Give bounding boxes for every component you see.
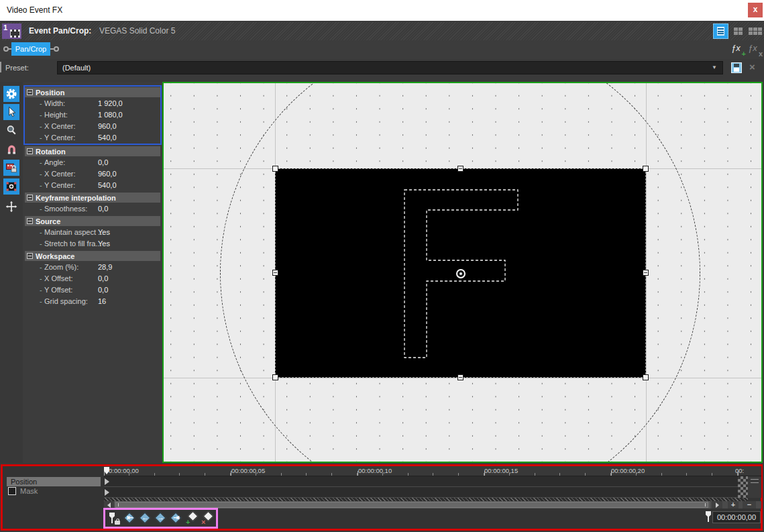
prop-row-angle[interactable]: -Angle:0,0 xyxy=(25,157,160,168)
insert-keyframe-button[interactable]: + xyxy=(184,511,199,525)
grid-view-small-button[interactable] xyxy=(730,23,746,39)
handle-top-left[interactable] xyxy=(272,166,278,172)
prop-value[interactable]: 0,0 xyxy=(98,158,108,166)
lock-aspect-ratio-button[interactable] xyxy=(3,160,19,176)
row-bullet-icon: - xyxy=(40,99,42,107)
chevron-down-icon[interactable]: ▼ xyxy=(709,62,720,74)
section-header-keyframe-interpolation[interactable]: Keyframe interpolation xyxy=(25,193,160,203)
section-header-source[interactable]: Source xyxy=(25,216,160,226)
timeline-zoom-in-button[interactable]: + xyxy=(728,501,739,509)
scrollbar-thumb[interactable] xyxy=(115,502,708,508)
collapse-icon[interactable] xyxy=(27,148,33,154)
track-label-mask[interactable]: Mask xyxy=(20,487,38,495)
magnifier-icon xyxy=(5,123,18,137)
prop-row-maintain-aspect[interactable]: -Maintain aspect ...Yes xyxy=(25,227,160,238)
title-bar[interactable]: Video Event FX x xyxy=(0,0,764,21)
show-properties-button[interactable] xyxy=(3,86,19,102)
add-fx-button[interactable]: ƒx+ xyxy=(730,43,746,56)
pan-crop-workspace[interactable] xyxy=(162,82,763,463)
move-freely-button[interactable] xyxy=(3,199,19,215)
prop-row-stretch-to-fill-fra[interactable]: -Stretch to fill fra...Yes xyxy=(25,238,160,250)
handle-bottom-left[interactable] xyxy=(272,374,278,380)
ruler-timestamp: 00: xyxy=(735,467,744,474)
collapse-icon[interactable] xyxy=(27,89,33,95)
prop-value[interactable]: 28,9 xyxy=(98,263,112,271)
prop-row-x-center[interactable]: -X Center:960,0 xyxy=(25,121,160,132)
prop-value[interactable]: 1 920,0 xyxy=(98,99,123,107)
prop-value[interactable]: Yes xyxy=(98,228,110,236)
pan-crop-plugin-chip[interactable]: Pan/Crop xyxy=(11,42,50,56)
save-preset-button[interactable] xyxy=(731,62,742,73)
collapse-icon[interactable] xyxy=(27,195,33,201)
rotation-center-point[interactable] xyxy=(456,269,466,278)
collapse-icon[interactable] xyxy=(27,253,33,259)
prop-row-smoothness[interactable]: -Smoothness:0,0 xyxy=(25,203,160,215)
lock-cursor-button[interactable] xyxy=(107,511,121,525)
section-header-workspace[interactable]: Workspace xyxy=(25,251,160,261)
prop-row-grid-spacing[interactable]: -Grid spacing:16 xyxy=(25,296,160,307)
current-time-display[interactable]: 00:00:00,00 xyxy=(712,511,761,523)
timeline-zoom-out-button[interactable]: − xyxy=(743,501,756,509)
zoom-edit-tool-button[interactable] xyxy=(3,122,19,138)
prop-row-y-offset[interactable]: -Y Offset:0,0 xyxy=(25,284,160,296)
handle-middle-left[interactable] xyxy=(272,270,278,276)
scale-rect-icon xyxy=(5,180,18,193)
prop-value[interactable]: Yes xyxy=(98,240,110,248)
prop-row-zoom[interactable]: -Zoom (%):28,9 xyxy=(25,262,160,273)
resize-handle-icon[interactable] xyxy=(751,479,759,483)
scale-about-center-button[interactable] xyxy=(3,178,19,195)
remove-fx-button[interactable]: ƒxx xyxy=(747,43,763,56)
collapse-icon[interactable] xyxy=(27,218,33,224)
prop-row-width[interactable]: -Width:1 920,0 xyxy=(25,98,160,109)
normal-edit-tool-button[interactable] xyxy=(3,104,19,120)
property-section-workspace: Workspace-Zoom (%):28,9-X Offset:0,0-Y O… xyxy=(25,251,160,307)
prop-row-x-offset[interactable]: -X Offset:0,0 xyxy=(25,273,160,284)
mask-checkbox[interactable] xyxy=(8,487,16,495)
prop-row-height[interactable]: -Height:1 080,0 xyxy=(25,109,160,121)
enable-snapping-button[interactable] xyxy=(3,141,19,157)
grid-view-large-button[interactable] xyxy=(747,23,763,39)
prop-value[interactable]: 960,0 xyxy=(98,122,117,130)
keyframe-track-mask[interactable] xyxy=(104,487,748,498)
section-header-position[interactable]: Position xyxy=(25,87,160,97)
previous-keyframe-button[interactable]: ← xyxy=(138,511,152,525)
handle-bottom-right[interactable] xyxy=(643,374,649,380)
keyframe-marker[interactable] xyxy=(105,489,109,496)
delete-preset-button[interactable]: × xyxy=(749,61,755,72)
crop-selection-rect[interactable] xyxy=(275,168,646,378)
keyframe-track-position[interactable] xyxy=(104,476,748,487)
prop-value[interactable]: 1 080,0 xyxy=(98,111,123,119)
keyframe-ruler[interactable]: 0:00:00,0000:00:00,0500:00:00,1000:00:00… xyxy=(104,466,761,476)
prop-row-x-center[interactable]: -X Center:960,0 xyxy=(25,168,160,180)
prop-value[interactable]: 540,0 xyxy=(98,134,117,142)
scroll-right-button[interactable] xyxy=(712,501,722,509)
track-label-position[interactable]: Position xyxy=(7,477,101,486)
prop-value[interactable]: 0,0 xyxy=(98,286,108,294)
row-bullet-icon: - xyxy=(40,205,42,213)
next-keyframe-button[interactable]: → xyxy=(154,511,168,525)
first-keyframe-button[interactable]: ⇤ xyxy=(123,511,137,525)
handle-middle-right[interactable] xyxy=(643,270,649,276)
row-bullet-icon: - xyxy=(40,158,42,166)
close-button[interactable]: x xyxy=(748,3,763,17)
handle-top-right[interactable] xyxy=(643,166,649,172)
prop-value[interactable]: 540,0 xyxy=(98,181,117,189)
preset-combobox[interactable]: (Default) ▼ xyxy=(57,61,723,74)
list-view-icon xyxy=(717,27,724,36)
splitter-grip[interactable] xyxy=(0,62,1,72)
last-keyframe-button[interactable]: ⇥ xyxy=(169,511,183,525)
list-view-button[interactable] xyxy=(713,23,728,39)
handle-top-center[interactable] xyxy=(457,166,463,172)
prop-row-y-center[interactable]: -Y Center:540,0 xyxy=(25,132,160,144)
delete-keyframe-button[interactable]: × xyxy=(200,511,214,525)
prop-row-y-center[interactable]: -Y Center:540,0 xyxy=(25,180,160,191)
prop-value[interactable]: 0,0 xyxy=(98,205,108,213)
film-lock-icon xyxy=(5,161,18,174)
keyframe-marker[interactable] xyxy=(105,478,109,485)
row-bullet-icon: - xyxy=(40,263,42,271)
prop-value[interactable]: 0,0 xyxy=(98,274,108,282)
handle-bottom-center[interactable] xyxy=(457,374,463,380)
section-header-rotation[interactable]: Rotation xyxy=(25,146,160,156)
prop-value[interactable]: 960,0 xyxy=(98,170,117,178)
prop-value[interactable]: 16 xyxy=(98,297,106,305)
